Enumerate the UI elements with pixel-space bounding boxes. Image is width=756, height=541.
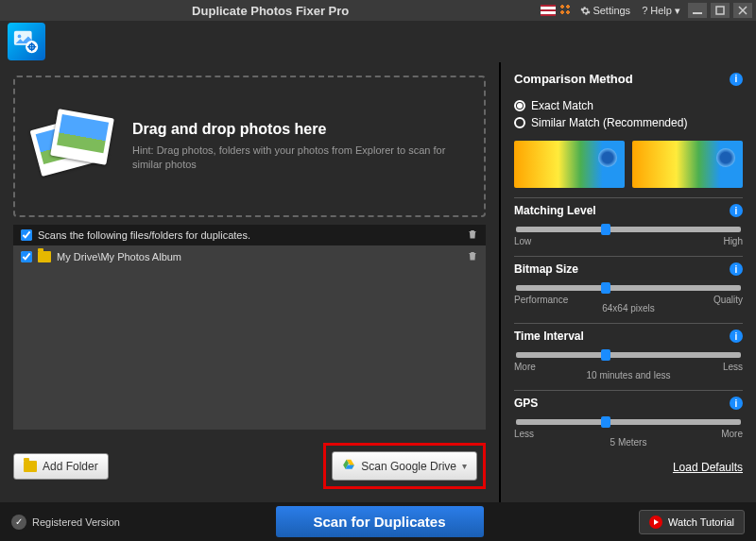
highlight-box: Scan Google Drive ▾ — [323, 443, 486, 489]
svg-rect-0 — [693, 12, 702, 14]
matching-level-title: Matching Level — [514, 204, 596, 217]
footer: ✓ Registered Version Scan for Duplicates… — [0, 502, 756, 541]
scan-google-drive-button[interactable]: Scan Google Drive ▾ — [332, 451, 477, 481]
apps-icon[interactable] — [559, 4, 573, 17]
watch-tutorial-button[interactable]: Watch Tutorial — [639, 510, 745, 534]
settings-link[interactable]: Settings — [580, 5, 630, 17]
radio-exact-match[interactable]: Exact Match — [514, 99, 743, 112]
time-interval-slider[interactable] — [516, 352, 741, 358]
scan-duplicates-button[interactable]: Scan for Duplicates — [276, 506, 484, 537]
bitmap-size-slider[interactable] — [516, 285, 741, 291]
app-title: Duplicate Photos Fixer Pro — [4, 4, 537, 18]
check-icon: ✓ — [11, 515, 26, 530]
scan-list-header: Scans the following files/folders for du… — [13, 225, 486, 245]
add-folder-button[interactable]: Add Folder — [13, 453, 109, 480]
chevron-down-icon: ▾ — [462, 461, 467, 471]
maximize-button[interactable] — [711, 3, 730, 18]
time-interval-title: Time Interval — [514, 330, 584, 343]
preview-thumbnails — [514, 141, 743, 188]
google-drive-icon — [342, 458, 355, 474]
dropzone[interactable]: Drag and drop photos here Hint: Drag pho… — [13, 76, 486, 217]
folder-icon — [24, 461, 37, 472]
photos-icon — [30, 104, 115, 189]
dropzone-hint: Hint: Drag photos, folders with your pho… — [132, 144, 469, 173]
info-icon[interactable]: i — [730, 73, 743, 86]
info-icon[interactable]: i — [730, 397, 743, 410]
info-icon[interactable]: i — [730, 262, 743, 276]
close-button[interactable] — [733, 3, 752, 18]
info-icon[interactable]: i — [730, 204, 743, 217]
trash-icon[interactable] — [467, 250, 478, 263]
play-icon — [649, 516, 662, 529]
logo-bar — [0, 21, 756, 62]
folder-icon — [38, 251, 51, 262]
item-path: My Drive\My Photos Album — [57, 251, 461, 262]
info-icon[interactable]: i — [730, 330, 743, 343]
comparison-method-title: Comparison Method i — [514, 72, 743, 86]
minimize-button[interactable] — [688, 3, 707, 18]
radio-similar-match[interactable]: Similar Match (Recommended) — [514, 116, 743, 129]
load-defaults-link[interactable]: Load Defaults — [514, 461, 743, 474]
trash-icon[interactable] — [467, 228, 478, 242]
app-logo — [8, 23, 45, 60]
help-link[interactable]: ? Help ▾ — [642, 5, 680, 17]
left-panel: Drag and drop photos here Hint: Drag pho… — [0, 62, 499, 502]
matching-level-slider[interactable] — [516, 227, 741, 232]
svg-point-3 — [18, 35, 22, 39]
locale-flag[interactable] — [541, 5, 556, 16]
dropzone-heading: Drag and drop photos here — [132, 121, 469, 138]
scan-list: My Drive\My Photos Album — [13, 245, 486, 430]
svg-rect-1 — [716, 7, 724, 14]
select-all-checkbox[interactable]: Scans the following files/folders for du… — [21, 229, 467, 241]
gps-title: GPS — [514, 397, 538, 410]
titlebar: Duplicate Photos Fixer Pro Settings ? He… — [0, 0, 756, 21]
gps-slider[interactable] — [516, 419, 741, 425]
item-checkbox[interactable] — [21, 251, 32, 262]
right-panel: Comparison Method i Exact Match Similar … — [501, 62, 756, 502]
bitmap-size-title: Bitmap Size — [514, 262, 578, 276]
registered-status: ✓ Registered Version — [11, 515, 120, 530]
list-item[interactable]: My Drive\My Photos Album — [13, 245, 486, 268]
